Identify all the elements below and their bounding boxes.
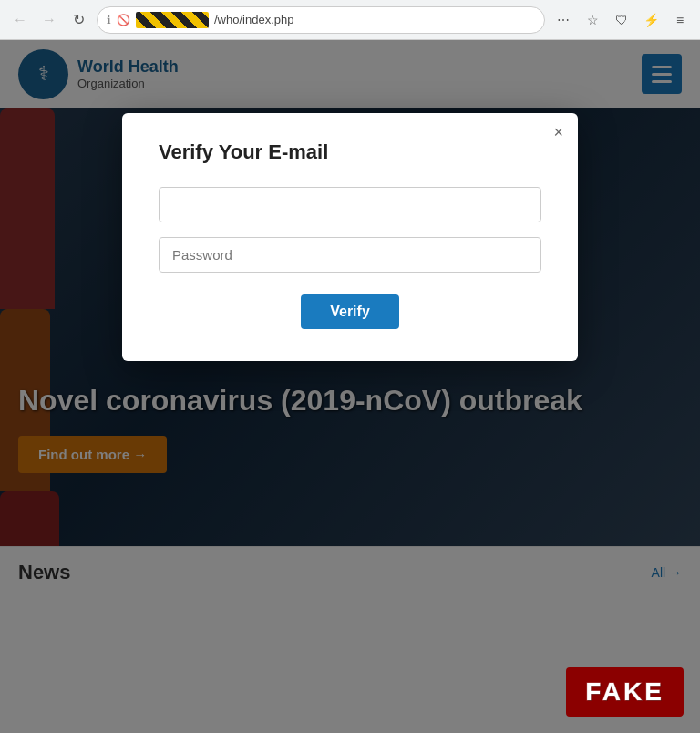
refresh-button[interactable]: ↻: [66, 7, 91, 33]
bookmark-button[interactable]: ☆: [580, 7, 605, 33]
modal-title: Verify Your E-mail: [159, 140, 541, 164]
info-icon: ℹ: [107, 14, 111, 26]
nav-buttons: ← → ↻: [7, 7, 91, 33]
hazard-indicator: [136, 12, 209, 28]
modal-close-button[interactable]: ×: [553, 124, 563, 140]
page-content: ⚕ World Health Organization: [0, 40, 700, 733]
fake-badge-text: FAKE: [585, 677, 664, 706]
dots-menu-button[interactable]: ⋯: [551, 7, 576, 33]
fake-badge: FAKE: [566, 667, 684, 717]
modal-dialog: Verify Your E-mail × Verify: [122, 113, 578, 361]
browser-chrome: ← → ↻ ℹ 🚫 /who/index.php ⋯ ☆ 🛡 ⚡ ≡: [0, 0, 700, 40]
browser-actions: ⋯ ☆ 🛡 ⚡ ≡: [551, 7, 693, 33]
url-text: /who/index.php: [214, 13, 293, 26]
browser-menu-button[interactable]: ≡: [667, 7, 693, 33]
email-input[interactable]: [159, 187, 541, 222]
address-bar[interactable]: ℹ 🚫 /who/index.php: [97, 6, 545, 34]
extensions-button[interactable]: ⚡: [638, 7, 664, 33]
verify-button[interactable]: Verify: [301, 294, 399, 329]
modal-overlay: Verify Your E-mail × Verify: [0, 40, 700, 733]
password-input[interactable]: [159, 237, 541, 273]
back-button[interactable]: ←: [7, 7, 33, 33]
shield-button[interactable]: 🛡: [609, 7, 634, 33]
forward-button[interactable]: →: [36, 7, 62, 33]
security-warning-icon: 🚫: [117, 14, 130, 26]
